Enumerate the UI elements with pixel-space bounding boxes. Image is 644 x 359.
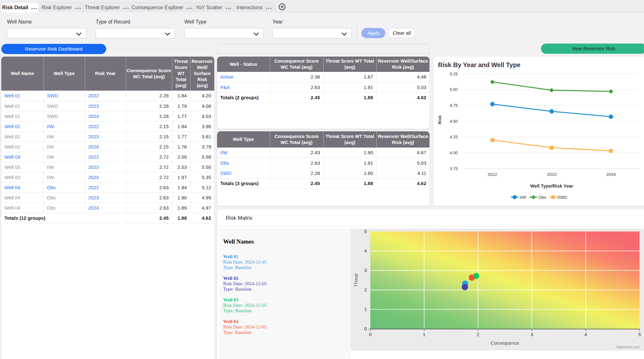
svg-text:4.50: 4.50 [450,119,458,124]
svg-text:Highcharts.com: Highcharts.com [616,345,640,349]
svg-text:2: 2 [364,287,367,293]
svg-text:5: 5 [638,332,641,337]
svg-text:Consequence: Consequence [491,341,519,346]
svg-text:3.75: 3.75 [450,166,458,171]
svg-text:3: 3 [364,268,367,273]
svg-text:4: 4 [364,248,367,253]
svg-text:Obs: Obs [538,195,546,200]
svg-text:5.25: 5.25 [450,72,458,76]
svg-text:0: 0 [369,332,372,337]
svg-text:4.00: 4.00 [450,150,458,155]
svg-text:1: 1 [423,332,425,337]
svg-text:4.25: 4.25 [450,135,458,139]
svg-text:0: 0 [364,326,367,331]
svg-text:2022: 2022 [488,172,497,177]
svg-text:5: 5 [364,229,367,234]
svg-text:Risk: Risk [437,115,442,124]
svg-text:2: 2 [477,332,479,337]
svg-text:3: 3 [531,332,533,337]
svg-text:Well Type/Risk Year: Well Type/Risk Year [530,183,573,189]
svg-text:5.00: 5.00 [450,87,458,92]
svg-text:1: 1 [364,307,367,312]
svg-text:4.75: 4.75 [450,103,458,108]
svg-text:SWD: SWD [557,195,567,200]
svg-text:2023: 2023 [547,172,556,177]
svg-text:Threat: Threat [353,273,359,287]
svg-text:Risk By Year and Well Type: Risk By Year and Well Type [438,61,520,68]
svg-text:4: 4 [585,332,587,337]
svg-text:2024: 2024 [606,172,616,177]
svg-text:I/W: I/W [520,195,526,200]
